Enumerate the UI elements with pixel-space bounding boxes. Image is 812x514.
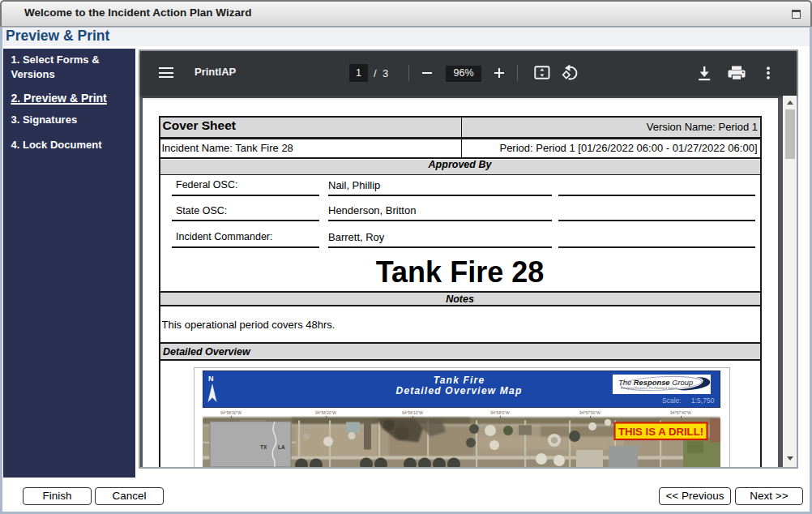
svg-text:THIS IS A DRILL!: THIS IS A DRILL! [618, 426, 703, 438]
svg-text:The Response Group: The Response Group [618, 378, 693, 387]
svg-text:Emergency Response | Pre-Plann: Emergency Response | Pre-Planning & Supp… [621, 387, 678, 390]
svg-text:TX: TX [260, 444, 267, 450]
svg-text:LA: LA [278, 444, 285, 450]
